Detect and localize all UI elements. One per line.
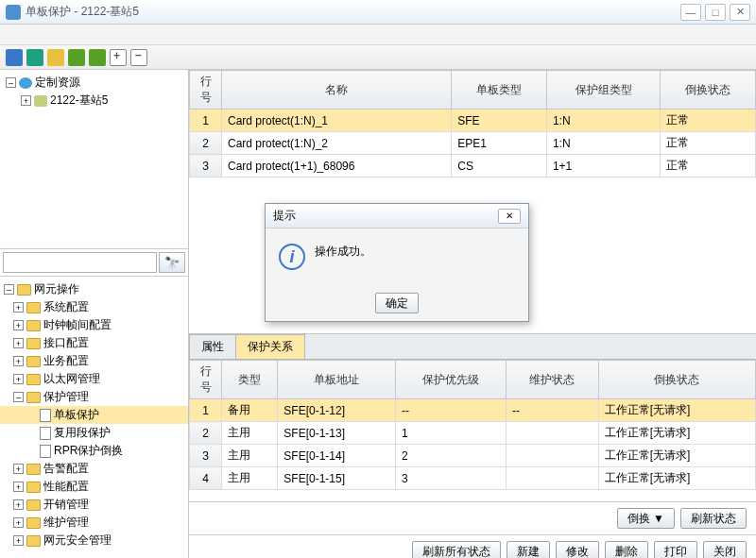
table-row[interactable]: 1 备用 SFE[0-1-12] -- -- 工作正常[无请求]: [190, 399, 756, 422]
cell-group: 1+1: [546, 155, 660, 178]
expander-icon[interactable]: +: [13, 302, 24, 313]
folder-icon: [26, 338, 41, 349]
nav-item[interactable]: + 以太网管理: [0, 370, 188, 388]
tab-protection-relation[interactable]: 保护关系: [235, 334, 305, 359]
dialog-close-button[interactable]: ✕: [498, 209, 521, 224]
refresh-all-button[interactable]: 刷新所有状态: [412, 541, 501, 558]
expander-icon[interactable]: –: [13, 392, 24, 402]
nav-item[interactable]: + 维护管理: [0, 514, 188, 532]
column-header[interactable]: 单板地址: [278, 361, 396, 399]
column-header[interactable]: 倒换状态: [661, 71, 756, 110]
nav-sub-item[interactable]: RPR保护倒换: [0, 442, 188, 460]
expander-icon[interactable]: +: [13, 374, 24, 384]
tree-child[interactable]: + 2122-基站5: [4, 92, 184, 110]
nav-protection[interactable]: – 保护管理: [0, 388, 188, 406]
maximize-button[interactable]: □: [705, 4, 726, 21]
cell-priority: 2: [395, 445, 506, 467]
print-button[interactable]: 打印: [654, 541, 697, 558]
nav-item[interactable]: + 系统配置: [0, 298, 188, 316]
expander-icon[interactable]: –: [6, 77, 16, 88]
nav-item[interactable]: + 接口配置: [0, 334, 188, 352]
cell-group: 1:N: [546, 110, 660, 132]
expander-icon[interactable]: +: [13, 356, 24, 366]
nav-sub-item[interactable]: 单板保护: [0, 406, 188, 424]
toolbar-icon-3[interactable]: [47, 49, 64, 66]
toolbar-icon-2[interactable]: [26, 49, 43, 66]
modify-button[interactable]: 修改: [556, 541, 599, 558]
nav-item[interactable]: + 告警配置: [0, 460, 188, 478]
left-panel: – 定制资源 + 2122-基站5 🔭 – 网元操作 + 系统配置: [0, 70, 189, 558]
toolbar-icon-4[interactable]: [68, 49, 85, 66]
expander-icon[interactable]: +: [13, 535, 24, 546]
cell-swap: 工作正常[无请求]: [598, 399, 755, 422]
tab-attributes[interactable]: 属性: [189, 334, 236, 359]
nav-item-label: 维护管理: [43, 515, 89, 531]
column-header[interactable]: 倒换状态: [598, 361, 755, 399]
column-header[interactable]: 维护状态: [506, 361, 598, 399]
cell-maint: [506, 422, 598, 445]
cell-type: CS: [452, 155, 547, 178]
refresh-state-button[interactable]: 刷新状态: [680, 508, 747, 529]
nav-item[interactable]: + 时钟帧间配置: [0, 316, 188, 334]
folder-icon: [26, 499, 41, 511]
table-row[interactable]: 3 主用 SFE[0-1-14] 2 工作正常[无请求]: [190, 445, 756, 467]
toolbar: [0, 45, 756, 70]
close-button[interactable]: 关闭: [703, 541, 747, 558]
info-icon: i: [279, 244, 305, 270]
delete-button[interactable]: 删除: [605, 541, 648, 558]
expander-icon[interactable]: –: [4, 284, 14, 295]
toolbar-icon-1[interactable]: [6, 49, 23, 66]
nav-item[interactable]: + 业务配置: [0, 352, 188, 370]
column-header[interactable]: 类型: [222, 361, 278, 399]
toolbar-add-icon[interactable]: [110, 49, 127, 66]
column-header[interactable]: 保护优先级: [395, 361, 506, 399]
leaf-icon: [26, 410, 37, 420]
table-row[interactable]: 2 Card protect(1:N)_2 EPE1 1:N 正常: [190, 132, 756, 155]
tree-child-label: 2122-基站5: [50, 93, 108, 109]
expander-icon[interactable]: +: [13, 499, 24, 510]
nav-root[interactable]: – 网元操作: [0, 280, 188, 298]
expander-icon[interactable]: +: [21, 95, 31, 106]
cell-priority: --: [395, 399, 506, 422]
column-header[interactable]: 行号: [190, 361, 222, 399]
table-row[interactable]: 1 Card protect(1:N)_1 SFE 1:N 正常: [190, 110, 756, 132]
close-window-button[interactable]: ✕: [730, 4, 750, 21]
nav-item-label: 以太网管理: [43, 371, 100, 387]
dialog-ok-button[interactable]: 确定: [375, 293, 419, 313]
folder-icon: [26, 517, 41, 529]
nav-item[interactable]: + 网元安全管理: [0, 532, 188, 550]
file-icon: [40, 445, 51, 458]
column-header[interactable]: 行号: [190, 71, 222, 110]
table-row[interactable]: 3 Card protect(1+1)_68096 CS 1+1 正常: [190, 155, 756, 178]
column-header[interactable]: 保护组类型: [546, 71, 660, 110]
nav-sub-item[interactable]: 复用段保护: [0, 424, 188, 442]
expander-icon[interactable]: +: [13, 482, 24, 492]
expander-icon[interactable]: +: [13, 517, 24, 528]
search-button[interactable]: 🔭: [159, 252, 185, 273]
nav-sub-label: 复用段保护: [54, 425, 111, 441]
column-header[interactable]: 名称: [222, 71, 452, 110]
table-row[interactable]: 2 主用 SFE[0-1-13] 1 工作正常[无请求]: [190, 422, 756, 445]
nav-list: – 网元操作 + 系统配置 + 时钟帧间配置 + 接口配置 + 业务配置 + 以…: [0, 277, 188, 558]
nav-sub-label: 单板保护: [54, 407, 99, 423]
tree-root[interactable]: – 定制资源: [4, 74, 184, 92]
cell-name: Card protect(1:N)_2: [222, 132, 452, 155]
minimize-button[interactable]: —: [680, 4, 701, 21]
nav-protection-label: 保护管理: [43, 389, 89, 405]
expander-icon[interactable]: +: [13, 464, 24, 474]
toolbar-remove-icon[interactable]: [130, 49, 147, 66]
cell-swap: 工作正常[无请求]: [598, 445, 755, 467]
expander-icon[interactable]: +: [13, 320, 24, 330]
toolbar-icon-5[interactable]: [89, 49, 106, 66]
folder-icon: [26, 374, 41, 385]
table-row[interactable]: 4 主用 SFE[0-1-15] 3 工作正常[无请求]: [190, 467, 756, 490]
expander-icon[interactable]: +: [13, 338, 24, 348]
footer-buttons: 刷新所有状态 新建 修改 删除 打印 关闭: [189, 534, 756, 558]
app-icon: [6, 5, 21, 20]
new-button[interactable]: 新建: [507, 541, 550, 558]
swap-button[interactable]: 倒换 ▼: [617, 508, 675, 529]
nav-item[interactable]: + 性能配置: [0, 478, 188, 496]
column-header[interactable]: 单板类型: [452, 71, 547, 110]
search-input[interactable]: [3, 252, 157, 273]
nav-item[interactable]: + 开销管理: [0, 496, 188, 514]
